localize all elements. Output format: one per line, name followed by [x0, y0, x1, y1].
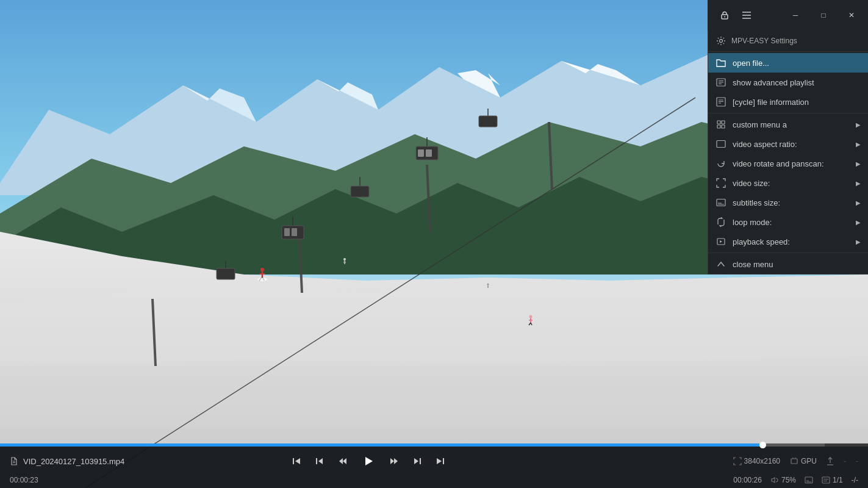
prev-button[interactable] [311, 453, 328, 470]
grid-icon [716, 119, 726, 130]
video-rotate-panscan-arrow: ▶ [856, 160, 861, 167]
subtitle-icon [805, 476, 813, 484]
menu-item-video-aspect-ratio[interactable]: video aspect ratio: ▶ [708, 134, 868, 154]
controls-row1: VID_20240127_103915.mp4 [0, 447, 868, 476]
svg-rect-21 [426, 149, 432, 157]
dash-separator-1: - [844, 457, 846, 465]
volume-value: 75% [781, 476, 796, 484]
file-icon [10, 457, 18, 465]
loop-mode-arrow: ▶ [856, 219, 861, 226]
video-rotate-panscan-label: video rotate and panscan: [733, 159, 824, 168]
svg-rect-74 [316, 458, 317, 464]
svg-rect-20 [418, 149, 424, 157]
svg-rect-77 [791, 459, 797, 464]
menu-item-custom-menu-a[interactable]: custom menu a ▶ [708, 115, 868, 134]
skip-to-prev-button[interactable] [288, 453, 305, 470]
upload-info [827, 457, 834, 465]
skip-to-next-button[interactable] [432, 453, 449, 470]
svg-point-37 [529, 315, 533, 318]
upload-icon [827, 457, 834, 465]
controls-bar: VID_20240127_103915.mp4 [0, 443, 868, 488]
svg-rect-27 [292, 228, 297, 236]
next-button[interactable] [409, 453, 426, 470]
chevron-up-icon [716, 259, 726, 270]
close-button[interactable]: ✕ [838, 5, 866, 25]
filename-label: VID_20240127_103915.mp4 [23, 457, 124, 466]
settings-gear-icon [716, 35, 726, 46]
subtitles-size-arrow: ▶ [856, 199, 861, 206]
info-icon [716, 96, 726, 107]
file-info: VID_20240127_103915.mp4 [10, 457, 282, 466]
subtitles-size-label: subtitles size: [733, 198, 780, 207]
svg-rect-67 [717, 199, 725, 206]
svg-rect-66 [717, 141, 725, 148]
svg-rect-31 [479, 116, 497, 127]
menu-item-video-size[interactable]: video size: ▶ [708, 173, 868, 193]
svg-point-53 [720, 40, 723, 43]
svg-marker-12 [0, 357, 868, 427]
volume-icon [770, 476, 779, 484]
open-file-label: open file... [733, 59, 769, 68]
rewind-button[interactable] [334, 453, 351, 470]
svg-rect-29 [217, 268, 235, 279]
svg-rect-75 [420, 458, 421, 464]
speed-icon [716, 236, 726, 247]
svg-point-45 [487, 284, 489, 285]
video-size-arrow: ▶ [856, 180, 861, 187]
svg-point-49 [724, 16, 725, 18]
menu-item-loop-mode[interactable]: loop mode: ▶ [708, 212, 868, 232]
fast-forward-button[interactable] [386, 453, 403, 470]
aspect-ratio-icon [716, 138, 726, 149]
menu-item-subtitles-size[interactable]: subtitles size: ▶ [708, 193, 868, 212]
menu-item-close-menu[interactable]: close menu [708, 254, 868, 274]
menu-item-open-file[interactable]: open file... [708, 53, 868, 73]
custom-menu-a-arrow: ▶ [856, 121, 861, 128]
playback-speed-label: playback speed: [733, 237, 790, 246]
menu-item-video-rotate-panscan[interactable]: video rotate and panscan: ▶ [708, 154, 868, 173]
playlist-position-info: 1/1 [822, 476, 843, 484]
resolution-value: 3840x2160 [744, 457, 780, 465]
video-aspect-ratio-arrow: ▶ [856, 141, 861, 148]
resolution-icon [733, 457, 742, 465]
gpu-icon [790, 457, 798, 465]
titlebar-icons [710, 5, 756, 25]
menu-item-playback-speed[interactable]: playback speed: ▶ [708, 232, 868, 251]
progress-bar[interactable] [0, 443, 868, 447]
folder-icon [716, 57, 726, 68]
svg-rect-65 [722, 125, 725, 128]
volume-info: 75% [770, 476, 796, 484]
svg-rect-26 [284, 228, 290, 236]
svg-rect-62 [717, 121, 720, 124]
settings-label: MPV-EASY Settings [731, 37, 797, 45]
settings-header[interactable]: MPV-EASY Settings [708, 30, 868, 50]
custom-menu-a-label: custom menu a [733, 120, 787, 129]
maximize-button[interactable]: □ [809, 5, 838, 25]
loop-icon [716, 217, 726, 228]
bottom-right-info: 00:00:26 75% [733, 476, 858, 484]
playlist-icon [716, 77, 726, 88]
menu-divider-2 [708, 113, 868, 113]
menu-item-show-advanced-playlist[interactable]: show advanced playlist [708, 73, 868, 92]
lock-icon[interactable] [715, 5, 734, 25]
video-size-label: video size: [733, 179, 770, 188]
minimize-button[interactable]: ─ [781, 5, 809, 25]
svg-rect-63 [722, 121, 725, 124]
play-button[interactable] [357, 450, 379, 472]
menu-divider-3 [708, 253, 868, 253]
menu-divider-1 [708, 51, 868, 52]
total-time: 00:00:26 [733, 476, 762, 484]
right-info: 3840x2160 GPU - - [733, 457, 858, 465]
close-menu-label: close menu [733, 260, 773, 269]
svg-point-42 [343, 258, 346, 260]
svg-rect-84 [822, 477, 830, 483]
rotate-icon [716, 158, 726, 169]
playlist-count-icon [822, 476, 830, 484]
current-time: 00:00:23 [10, 476, 38, 484]
svg-rect-64 [717, 125, 720, 128]
playback-speed-arrow: ▶ [856, 239, 861, 245]
video-size-icon [716, 178, 726, 188]
subtitle-track-info [805, 476, 813, 484]
cycle-file-info-label: [cycle] file information [733, 98, 809, 107]
menu-item-cycle-file-info[interactable]: [cycle] file information [708, 92, 868, 112]
hamburger-menu-icon[interactable] [737, 5, 756, 25]
